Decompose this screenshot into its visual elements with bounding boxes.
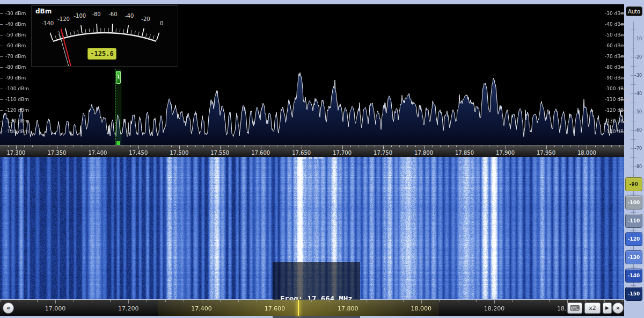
scroll-left-button[interactable]: «	[3, 302, 14, 314]
band-tick	[440, 300, 440, 302]
ruler-tick	[465, 146, 465, 149]
spectrum-marker-1[interactable]: 1	[115, 69, 121, 145]
ruler-tick	[530, 146, 530, 147]
level-ruler-tick	[631, 249, 636, 249]
ruler-tick	[432, 146, 433, 147]
palette-swatch[interactable]: -110	[625, 214, 642, 228]
palette-swatch[interactable]: -140	[625, 269, 642, 283]
ruler-tick	[506, 146, 506, 149]
ruler-frequency-label: 17.800	[414, 150, 433, 156]
level-ruler-tick	[631, 84, 636, 85]
palette-swatch[interactable]: -130	[625, 250, 642, 264]
svg-text:-120: -120	[57, 16, 70, 22]
ruler-tick	[73, 146, 74, 147]
ruler-tick	[24, 146, 25, 147]
ruler-frequency-label: 17.300	[6, 150, 25, 156]
ruler-frequency-label: 17.700	[333, 150, 352, 156]
tuning-marker[interactable]	[303, 157, 323, 158]
band-tick	[293, 300, 294, 302]
svg-text:-140: -140	[42, 20, 54, 26]
level-ruler-label: -50	[635, 110, 642, 114]
ruler-frequency-label: 17.450	[129, 150, 148, 156]
band-frequency-label: 17.600	[265, 305, 286, 312]
ruler-tick	[587, 146, 587, 149]
ruler-tick	[456, 146, 457, 147]
band-tick	[19, 300, 19, 302]
ruler-tick	[302, 146, 302, 149]
level-ruler-label: -80	[635, 164, 642, 169]
ruler-tick	[424, 146, 425, 149]
ruler-tick	[473, 146, 473, 147]
band-tick	[586, 300, 586, 302]
ruler-tick	[236, 146, 237, 147]
ruler-tick	[253, 146, 253, 147]
band-navigator[interactable]: 17.00017.20017.40017.60017.80018.00018.2…	[0, 300, 624, 316]
tuned-frequency-line[interactable]	[298, 300, 299, 316]
palette-swatch[interactable]: -90	[625, 177, 642, 191]
ruler-frequency-label: 17.550	[210, 150, 229, 156]
band-tick	[623, 300, 623, 302]
ruler-frequency-label: 17.900	[496, 150, 515, 156]
band-tick	[202, 300, 202, 303]
meter-title: dBm	[35, 8, 52, 15]
ruler-tick	[554, 146, 555, 147]
signal-strength-meter: -140-120-100-80-60-40-200 dBm -125.6	[31, 5, 178, 67]
step-right-button[interactable]: ▶	[603, 302, 612, 314]
ruler-tick	[171, 146, 172, 147]
auto-range-button[interactable]: Auto	[626, 6, 642, 16]
meter-readout-value: -125.6	[87, 48, 116, 60]
ruler-tick	[179, 146, 180, 149]
ruler-tick	[489, 146, 489, 147]
ruler-tick	[619, 146, 620, 147]
ruler-tick	[326, 146, 326, 147]
band-tick	[531, 300, 531, 302]
band-tick	[1, 300, 1, 302]
ruler-tick	[41, 146, 41, 147]
ruler-tick	[57, 146, 57, 149]
band-frequency-label: 17.800	[338, 305, 358, 312]
ruler-frequency-label: 17.950	[537, 150, 555, 156]
ruler-tick	[32, 146, 33, 147]
ruler-tick	[187, 146, 188, 147]
ruler-frequency-label: 17.350	[47, 150, 66, 156]
scroll-right-button[interactable]: »	[612, 302, 624, 314]
svg-text:-80: -80	[92, 11, 100, 17]
ruler-tick	[228, 146, 229, 147]
ruler-tick	[310, 146, 310, 147]
waterfall-panel[interactable]: Freq: 17.664 MHz Span: ±384 kHz	[0, 157, 624, 299]
marker-foot	[116, 141, 120, 145]
band-tick	[513, 300, 513, 302]
ruler-tick	[16, 146, 17, 149]
marker-flag[interactable]: 1	[116, 71, 121, 84]
zoom-x2-button[interactable]: x2	[584, 302, 601, 314]
ruler-tick	[415, 146, 416, 147]
level-ruler-tick	[631, 66, 636, 67]
band-tick	[275, 300, 275, 303]
ruler-tick	[595, 146, 596, 147]
ruler-tick	[334, 146, 334, 147]
palette-swatch[interactable]: -100	[625, 196, 642, 209]
ruler-tick	[358, 146, 359, 147]
level-ruler-tick	[631, 267, 636, 268]
band-frequency-label: 17.000	[45, 305, 66, 312]
ruler-tick	[8, 146, 9, 147]
keyboard-entry-button[interactable]: ⌨	[567, 302, 582, 314]
level-ruler-tick	[631, 157, 636, 158]
svg-text:0: 0	[160, 20, 163, 26]
palette-swatch[interactable]: -150	[625, 287, 642, 301]
band-tick	[37, 300, 38, 302]
spectrum-panel[interactable]: -30 dBm-40 dBm-50 dBm-60 dBm-70 dBm-80 d…	[0, 4, 624, 145]
ruler-tick	[285, 146, 286, 147]
ruler-tick	[391, 146, 392, 147]
ruler-tick	[195, 146, 196, 147]
ruler-frequency-label: 17.600	[251, 150, 270, 156]
level-ruler-label: -30	[635, 73, 642, 78]
band-tick	[549, 300, 550, 302]
level-ruler-label: -20	[635, 55, 642, 60]
frequency-ruler[interactable]: 17.30017.35017.40017.45017.50017.55017.6…	[0, 145, 624, 157]
band-tick	[220, 300, 221, 302]
ruler-tick	[98, 146, 98, 149]
palette-swatch[interactable]: -120	[625, 232, 642, 246]
band-frequency-label: 17.400	[191, 305, 212, 312]
svg-text:-60: -60	[108, 11, 117, 17]
